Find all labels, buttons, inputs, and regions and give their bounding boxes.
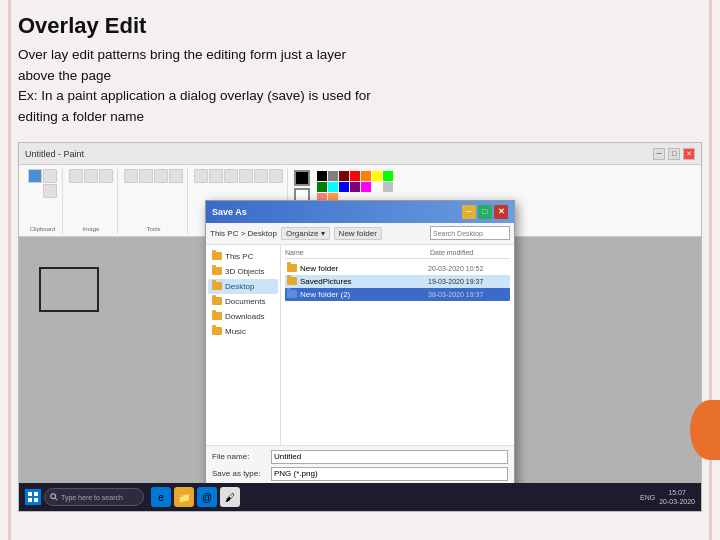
dialog-minimize-button[interactable]: ─ (462, 205, 476, 219)
clipboard-label: Clipboard (30, 226, 56, 232)
dialog-body: This PC 3D Objects Desktop (206, 245, 514, 445)
new-folder-button[interactable]: New folder (334, 227, 382, 240)
color-silver[interactable] (383, 182, 393, 192)
dialog-titlebar: Save As ─ □ ✕ (206, 201, 514, 223)
sidebar-item-desktop[interactable]: Desktop (208, 279, 278, 294)
file-name-1: New folder (300, 264, 425, 273)
paint-window: Untitled - Paint ─ □ ✕ (19, 143, 701, 483)
filetype-input[interactable] (271, 467, 508, 481)
dialog-overlay: Save As ─ □ ✕ This PC > Desktop (19, 237, 701, 483)
paint-window-title: Untitled - Paint (25, 149, 84, 159)
crop-icon[interactable] (84, 169, 98, 183)
paste-icon[interactable] (28, 169, 42, 183)
paint-titlebar: Untitled - Paint ─ □ ✕ (19, 143, 701, 165)
filename-input[interactable] (271, 450, 508, 464)
color-magenta[interactable] (361, 182, 371, 192)
folder-icon-downloads (212, 312, 222, 320)
dialog-toolbar: This PC > Desktop Organize ▾ New folder (206, 223, 514, 245)
content-area: Overlay Edit Over lay edit patterns brin… (18, 12, 702, 528)
color1-swatch[interactable] (294, 170, 310, 186)
sidebar-item-thispc[interactable]: This PC (208, 249, 278, 264)
color-yellow[interactable] (372, 171, 382, 181)
sidebar-item-documents[interactable]: Documents (208, 294, 278, 309)
dialog-close-button[interactable]: ✕ (494, 205, 508, 219)
ribbon-section-tools: Tools (120, 167, 188, 234)
color-blue[interactable] (339, 182, 349, 192)
sidebar-label-desktop: Desktop (225, 282, 254, 291)
eraser-icon[interactable] (169, 169, 183, 183)
maximize-button[interactable]: □ (668, 148, 680, 160)
svg-rect-1 (34, 492, 38, 496)
svg-point-4 (51, 494, 56, 499)
color-orange[interactable] (361, 171, 371, 181)
shape6-icon[interactable] (269, 169, 283, 183)
shape3-icon[interactable] (224, 169, 238, 183)
folder-icon-desktop (212, 282, 222, 290)
sidebar-item-downloads[interactable]: Downloads (208, 309, 278, 324)
file-date-1: 20-03-2020 10:52 (428, 265, 508, 272)
paint-window-controls: ─ □ ✕ (653, 148, 695, 160)
file-item-newfolder2[interactable]: New folder (2) 38-03-2020 19:37 (285, 288, 510, 301)
dialog-title: Save As (212, 207, 247, 217)
ribbon-section-image: Image (65, 167, 118, 234)
taskbar-search[interactable]: Type here to search (44, 488, 144, 506)
folder-icon-music (212, 327, 222, 335)
start-button[interactable] (25, 489, 41, 505)
taskbar-paint-icon[interactable]: 🖌 (220, 487, 240, 507)
color-purple[interactable] (350, 182, 360, 192)
file-item-newfolder[interactable]: New folder 20-03-2020 10:52 (285, 262, 510, 275)
fill-icon[interactable] (139, 169, 153, 183)
organize-button[interactable]: Organize ▾ (281, 227, 330, 240)
save-dialog: Save As ─ □ ✕ This PC > Desktop (205, 200, 515, 513)
shape2-icon[interactable] (209, 169, 223, 183)
color-red[interactable] (350, 171, 360, 181)
color-black[interactable] (317, 171, 327, 181)
pencil-icon[interactable] (124, 169, 138, 183)
taskbar: Type here to search e 📁 @ 🖌 ENG 15:07 20… (19, 483, 701, 511)
file-icon-1 (287, 264, 297, 272)
resize-icon[interactable] (99, 169, 113, 183)
color-cyan[interactable] (328, 182, 338, 192)
shape5-icon[interactable] (254, 169, 268, 183)
image-label: Image (83, 226, 100, 232)
shapes-icons (194, 169, 283, 183)
svg-rect-2 (28, 498, 32, 502)
taskbar-file-icon[interactable]: 📁 (174, 487, 194, 507)
taskbar-search-text: Type here to search (61, 494, 123, 501)
color-lime[interactable] (383, 171, 393, 181)
shape4-icon[interactable] (239, 169, 253, 183)
clipboard-icons (28, 169, 57, 198)
header-date: Date modified (430, 249, 510, 256)
taskbar-edge-icon[interactable]: e (151, 487, 171, 507)
sidebar-label-documents: Documents (225, 297, 265, 306)
file-icon-2 (287, 277, 297, 285)
tools-label: Tools (146, 226, 160, 232)
color-green[interactable] (317, 182, 327, 192)
taskbar-clock: 15:07 20-03-2020 (659, 488, 695, 506)
shape1-icon[interactable] (194, 169, 208, 183)
screenshot-container: Untitled - Paint ─ □ ✕ (18, 142, 702, 512)
taskbar-mail-icon[interactable]: @ (197, 487, 217, 507)
minimize-button[interactable]: ─ (653, 148, 665, 160)
svg-rect-0 (28, 492, 32, 496)
color-white[interactable] (372, 182, 382, 192)
filename-row: File name: (212, 450, 508, 464)
page-description: Over lay edit patterns bring the editing… (18, 45, 702, 129)
copy-icon[interactable] (43, 184, 57, 198)
sidebar-item-3dobjects[interactable]: 3D Objects (208, 264, 278, 279)
file-item-savedpictures[interactable]: SavedPictures 19-03-2020 19:37 (285, 275, 510, 288)
sidebar-label-downloads: Downloads (225, 312, 265, 321)
text-icon[interactable] (154, 169, 168, 183)
select-icon[interactable] (69, 169, 83, 183)
color-darkred[interactable] (339, 171, 349, 181)
color-gray[interactable] (328, 171, 338, 181)
taskbar-lang: ENG (640, 494, 655, 501)
file-name-3: New folder (2) (300, 290, 425, 299)
dialog-search-input[interactable] (430, 226, 510, 240)
dialog-maximize-button[interactable]: □ (478, 205, 492, 219)
close-button[interactable]: ✕ (683, 148, 695, 160)
cut-icon[interactable] (43, 169, 57, 183)
sidebar-label-thispc: This PC (225, 252, 253, 261)
sidebar-item-music[interactable]: Music (208, 324, 278, 339)
file-date-3: 38-03-2020 19:37 (428, 291, 508, 298)
